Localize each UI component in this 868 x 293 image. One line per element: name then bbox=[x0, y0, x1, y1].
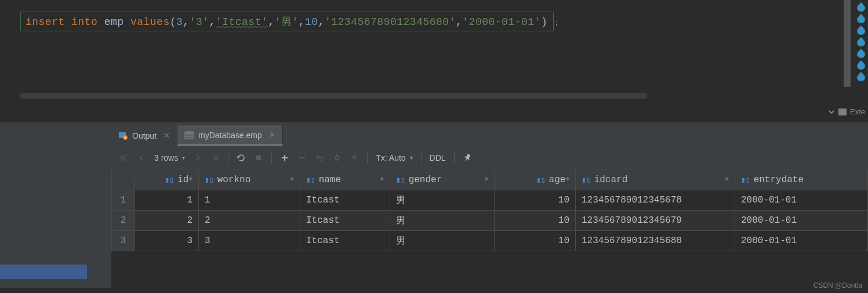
cell-age[interactable]: 10 bbox=[495, 231, 576, 251]
prev-page-button[interactable] bbox=[133, 150, 150, 166]
semicolon: ; bbox=[555, 18, 558, 27]
sql-keyword: into bbox=[71, 16, 97, 28]
column-icon: ▮▯ bbox=[582, 175, 591, 185]
col-label: age bbox=[549, 175, 566, 185]
column-icon: ▮▯ bbox=[205, 175, 214, 185]
cell-id[interactable]: 1 bbox=[135, 190, 199, 211]
pin-button[interactable] bbox=[459, 150, 475, 166]
column-icon: ▮▯ bbox=[741, 175, 750, 185]
cell-gender[interactable]: 男 bbox=[390, 190, 495, 211]
stop-button[interactable] bbox=[250, 150, 267, 166]
cell-entrydate[interactable]: 2000-01-01 bbox=[735, 190, 868, 211]
toolbar-separator bbox=[421, 151, 422, 164]
sql-number: 10 bbox=[305, 16, 318, 28]
reload-button[interactable] bbox=[233, 150, 249, 166]
tab-table[interactable]: myDatabase.emp ✕ bbox=[177, 125, 283, 146]
rownum-cell[interactable]: 2 bbox=[112, 211, 135, 231]
col-header-workno[interactable]: ▮▯workno◆ bbox=[199, 170, 300, 190]
commit-button[interactable] bbox=[329, 150, 345, 166]
comma: , bbox=[209, 16, 216, 28]
sort-icon[interactable]: ◆ bbox=[565, 175, 569, 182]
tab-output-label: Output bbox=[132, 131, 157, 140]
sql-string: '3' bbox=[190, 16, 209, 28]
cell-idcard[interactable]: 123456789012345678 bbox=[576, 190, 735, 211]
cell-gender[interactable]: 男 bbox=[390, 231, 495, 251]
ddl-button[interactable]: DDL bbox=[426, 153, 449, 162]
col-header-id[interactable]: ▮▯id◆ bbox=[135, 170, 199, 190]
col-header-idcard[interactable]: ▮▯idcard◆ bbox=[576, 170, 735, 190]
toolbar-separator bbox=[454, 151, 455, 164]
first-page-button[interactable] bbox=[116, 150, 132, 166]
marker-icon[interactable] bbox=[857, 14, 865, 23]
sql-editor[interactable]: insert into emp values(3,'3','Itcast','男… bbox=[0, 0, 868, 122]
active-indicator bbox=[0, 265, 87, 279]
submit-button[interactable] bbox=[346, 150, 362, 166]
right-panel-collapse[interactable]: Exte bbox=[828, 107, 865, 116]
table-icon bbox=[184, 131, 194, 140]
cell-age[interactable]: 10 bbox=[495, 190, 576, 211]
cell-idcard[interactable]: 123456789012345679 bbox=[576, 211, 735, 231]
sort-icon[interactable]: ◆ bbox=[725, 175, 729, 182]
column-icon: ▮▯ bbox=[396, 175, 405, 185]
tab-output[interactable]: Output ✕ bbox=[111, 125, 177, 146]
marker-icon[interactable] bbox=[857, 72, 865, 81]
comma: , bbox=[183, 16, 189, 28]
cell-name[interactable]: Itcast bbox=[300, 231, 390, 251]
results-grid[interactable]: ▮▯id◆ ▮▯workno◆ ▮▯name◆ ▮▯gender◆ ▮▯age◆… bbox=[111, 169, 868, 288]
cell-gender[interactable]: 男 bbox=[390, 211, 495, 231]
col-header-name[interactable]: ▮▯name◆ bbox=[300, 170, 390, 190]
marker-icon[interactable] bbox=[857, 37, 865, 46]
sql-statement[interactable]: insert into emp values(3,'3','Itcast','男… bbox=[20, 12, 554, 31]
col-header-gender[interactable]: ▮▯gender◆ bbox=[390, 170, 495, 190]
rownum-cell[interactable]: 1 bbox=[112, 190, 135, 211]
sort-icon[interactable]: ◆ bbox=[188, 175, 193, 182]
last-page-button[interactable] bbox=[207, 150, 223, 166]
toolbar-separator bbox=[367, 151, 368, 164]
svg-rect-7 bbox=[185, 132, 193, 134]
add-row-button[interactable] bbox=[277, 150, 293, 166]
vertical-scrollbar[interactable] bbox=[844, 0, 851, 87]
cell-workno[interactable]: 3 bbox=[199, 231, 300, 251]
paren-open: ( bbox=[170, 16, 176, 28]
row-count[interactable]: 3 rows▾ bbox=[151, 153, 188, 162]
cell-idcard[interactable]: 123456789012345680 bbox=[576, 231, 735, 251]
table-row[interactable]: 111Itcast男101234567890123456782000-01-01 bbox=[112, 190, 868, 211]
cell-workno[interactable]: 2 bbox=[199, 211, 300, 231]
table-row[interactable]: 333Itcast男101234567890123456802000-01-01 bbox=[112, 231, 868, 251]
remove-row-button[interactable] bbox=[294, 150, 310, 166]
tab-table-label: myDatabase.emp bbox=[198, 131, 262, 140]
left-tool-stripe bbox=[0, 125, 111, 288]
cell-name[interactable]: Itcast bbox=[300, 190, 390, 211]
cell-id[interactable]: 3 bbox=[135, 231, 199, 251]
rownum-cell[interactable]: 3 bbox=[112, 231, 135, 251]
next-page-button[interactable] bbox=[190, 150, 206, 166]
col-label: gender bbox=[409, 175, 442, 185]
horizontal-scrollbar[interactable] bbox=[20, 93, 647, 99]
col-header-entrydate[interactable]: ▮▯entrydate bbox=[735, 170, 868, 190]
marker-icon[interactable] bbox=[857, 60, 865, 70]
col-header-age[interactable]: ▮▯age◆ bbox=[495, 170, 576, 190]
rownum-header[interactable] bbox=[112, 170, 135, 190]
cell-entrydate[interactable]: 2000-01-01 bbox=[735, 231, 868, 251]
comma: , bbox=[299, 16, 305, 28]
column-icon: ▮▯ bbox=[165, 175, 175, 185]
marker-icon[interactable] bbox=[857, 26, 865, 35]
marker-icon[interactable] bbox=[857, 49, 865, 58]
cell-age[interactable]: 10 bbox=[495, 211, 576, 231]
cell-name[interactable]: Itcast bbox=[300, 211, 390, 231]
revert-button[interactable] bbox=[311, 150, 328, 166]
tx-mode[interactable]: Tx: Auto▾ bbox=[372, 153, 416, 162]
sql-identifier: emp bbox=[104, 16, 124, 28]
cell-id[interactable]: 2 bbox=[135, 211, 199, 231]
close-icon[interactable]: ✕ bbox=[269, 131, 275, 139]
cell-workno[interactable]: 1 bbox=[199, 190, 300, 211]
comma: , bbox=[318, 16, 325, 28]
sort-icon[interactable]: ◆ bbox=[484, 175, 488, 182]
table-row[interactable]: 222Itcast男101234567890123456792000-01-01 bbox=[112, 211, 868, 231]
close-icon[interactable]: ✕ bbox=[164, 131, 170, 140]
sort-icon[interactable]: ◆ bbox=[290, 175, 294, 182]
sort-icon[interactable]: ◆ bbox=[380, 175, 384, 182]
chevron-down-icon: ▾ bbox=[182, 154, 185, 161]
cell-entrydate[interactable]: 2000-01-01 bbox=[735, 211, 868, 231]
marker-icon[interactable] bbox=[857, 2, 865, 12]
